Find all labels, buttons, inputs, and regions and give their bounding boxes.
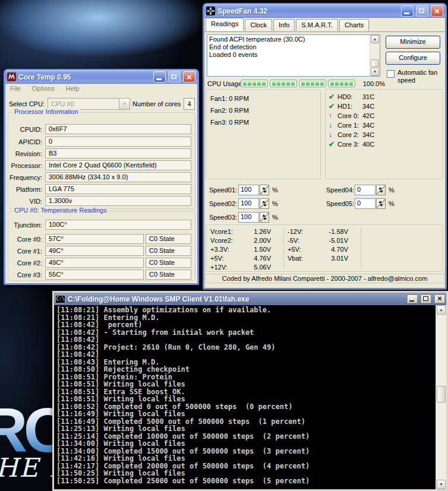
console-scrollbar[interactable]: ▲ ▼ [436, 305, 446, 489]
voltage-label: -5V: [288, 237, 316, 246]
automatic-fan-speed-checkbox[interactable] [387, 70, 395, 78]
voltage-value: 1.26V [239, 228, 271, 237]
coretemp-app-icon [7, 72, 16, 81]
minimize-button[interactable]: Minimize [386, 36, 440, 49]
voltage-value: 4.70V [316, 246, 348, 255]
tab-smart[interactable]: S.M.A.R.T. [296, 19, 338, 31]
number-of-cores-label: Number of cores [132, 100, 181, 107]
cpu-usage-value: 100.0% [359, 80, 385, 87]
tab-info[interactable]: Info [273, 19, 295, 31]
maximize-window-icon[interactable] [168, 71, 181, 83]
cpu-usage-bar [299, 80, 326, 87]
voltage-label: +12V: [210, 264, 239, 273]
maximize-window-icon[interactable] [416, 5, 428, 17]
console-app-icon: C:\ [55, 295, 65, 303]
voltage-divider [283, 227, 284, 269]
speed05-spinner[interactable] [376, 198, 386, 209]
core-temp-value: 55C° [45, 270, 144, 280]
speed03-input[interactable]: 100 [238, 212, 259, 223]
console-window-title: C:\Folding@Home Windows SMP Client V1.01… [68, 295, 404, 303]
field-label: Platform: [8, 186, 42, 193]
tab-charts[interactable]: Charts [339, 19, 369, 31]
fan-readings-panel: Fan1: 0 RPM Fan2: 0 RPM Fan3: 0 RPM [206, 89, 321, 179]
cpu-usage-label: CPU Usage [207, 80, 242, 87]
voltage-label: Vcore1: [210, 228, 239, 237]
console-scrollbar-thumb[interactable] [437, 386, 446, 403]
field-value: Intel Core 2 Quad Q6600 (Kentsfield) [45, 160, 191, 170]
speed01-input[interactable]: 100 [238, 185, 259, 195]
coretemp-window-title: Core Temp 0.95 [18, 73, 151, 81]
status-ok-icon: ✔ [329, 102, 337, 110]
minimize-window-icon[interactable] [407, 294, 418, 303]
temp-row: ↑Core 0:42C [326, 111, 442, 121]
log-scrollbar-thumb[interactable] [371, 59, 379, 67]
tab-clock[interactable]: Clock [245, 19, 272, 31]
close-window-icon[interactable] [431, 5, 443, 17]
scroll-up-icon[interactable]: ▲ [437, 305, 446, 315]
log-scrollbar[interactable]: ▲ ▼ [370, 35, 380, 76]
voltage-label: Vcore2: [210, 237, 239, 246]
speed01-unit: % [272, 186, 278, 194]
temp-row: ↓Core 2:34C [326, 130, 442, 140]
speed03-spinner[interactable] [260, 212, 269, 223]
temp-row: ↓Core 1:34C [326, 121, 442, 130]
automatic-fan-speed-label: Automatic fan speed [397, 69, 440, 84]
voltage-row: -5V:-5.01V [288, 237, 348, 246]
speedfan-window-title: SpeedFan 4.32 [217, 7, 399, 15]
field-label: Core #0: [8, 236, 42, 243]
temp-label: Core 0: [337, 112, 362, 119]
maximize-window-icon[interactable] [421, 294, 431, 303]
speed04-spinner[interactable] [376, 185, 386, 195]
event-log-box: Found ACPI temperature (30.0C) End of de… [207, 34, 380, 77]
speed04-label: Speed04: [326, 186, 354, 194]
scroll-down-icon[interactable]: ▼ [371, 68, 379, 76]
tab-readings[interactable]: Readings [206, 18, 244, 31]
speed04-input[interactable]: 0 [355, 185, 376, 195]
scroll-down-icon[interactable]: ▼ [437, 480, 446, 489]
speed04-unit: % [389, 186, 395, 194]
configure-button[interactable]: Configure [386, 52, 440, 65]
field-value: 1.3000v [45, 196, 191, 206]
menu-options[interactable]: Options [27, 84, 59, 93]
field-label: VID: [8, 198, 42, 205]
voltage-row: +12V:5.06V [210, 264, 271, 273]
speed05-input[interactable]: 0 [355, 198, 376, 209]
speed01-label: Speed01: [209, 186, 237, 194]
field-label: Core #3: [8, 271, 42, 278]
speed01-spinner[interactable] [260, 185, 269, 195]
temp-value: 40C [362, 141, 374, 148]
scroll-up-icon[interactable]: ▲ [371, 35, 379, 43]
core-state-value: C0 State [146, 270, 191, 280]
fan-readings-text: Fan1: 0 RPM Fan2: 0 RPM Fan3: 0 RPM [206, 90, 320, 131]
voltage-label: +3.3V: [210, 246, 239, 255]
speed05-unit: % [389, 200, 395, 207]
select-cpu-label: Select CPU: [9, 100, 45, 107]
chevron-down-icon[interactable]: ▼ [119, 99, 130, 109]
voltage-divider [361, 227, 361, 269]
close-window-icon[interactable] [183, 71, 195, 83]
core-state-value: C0 State [146, 258, 191, 268]
temp-value: 31C [362, 93, 374, 100]
menu-help[interactable]: Help [61, 84, 84, 93]
temp-value: 42C [362, 112, 374, 119]
speedfan-titlebar[interactable]: SpeedFan 4.32 [204, 4, 446, 18]
console-titlebar[interactable]: C:\ C:\Folding@Home Windows SMP Client V… [54, 293, 446, 305]
speed02-input[interactable]: 100 [238, 198, 259, 209]
speed05-label: Speed05: [326, 200, 354, 207]
temperature-panel: ✔HD0:31C ✔HD1:34C ↑Core 0:42C ↓Core 1:34… [325, 89, 443, 179]
temp-label: HD1: [337, 103, 362, 110]
coretemp-titlebar[interactable]: Core Temp 0.95 [5, 70, 198, 84]
minimize-window-icon[interactable] [153, 71, 166, 83]
minimize-window-icon[interactable] [401, 5, 414, 17]
event-log-text: Found ACPI temperature (30.0C) End of de… [209, 36, 369, 59]
voltage-value: -5.01V [316, 237, 348, 246]
menu-file[interactable]: File [5, 84, 26, 93]
processor-information-group: Processor Information CPUID: 0x6F7 APICI… [8, 112, 195, 209]
field-label: APICID: [8, 138, 42, 145]
close-window-icon[interactable] [434, 294, 445, 303]
speed02-spinner[interactable] [260, 198, 269, 209]
field-value: 3006.88MHz (334.10 x 9.0) [45, 172, 191, 182]
field-label: Tjunction: [8, 221, 42, 229]
speedfan-window: SpeedFan 4.32 Readings Clock Info S.M.A.… [203, 3, 447, 290]
voltage-row: +5V:4.70V [288, 246, 348, 255]
